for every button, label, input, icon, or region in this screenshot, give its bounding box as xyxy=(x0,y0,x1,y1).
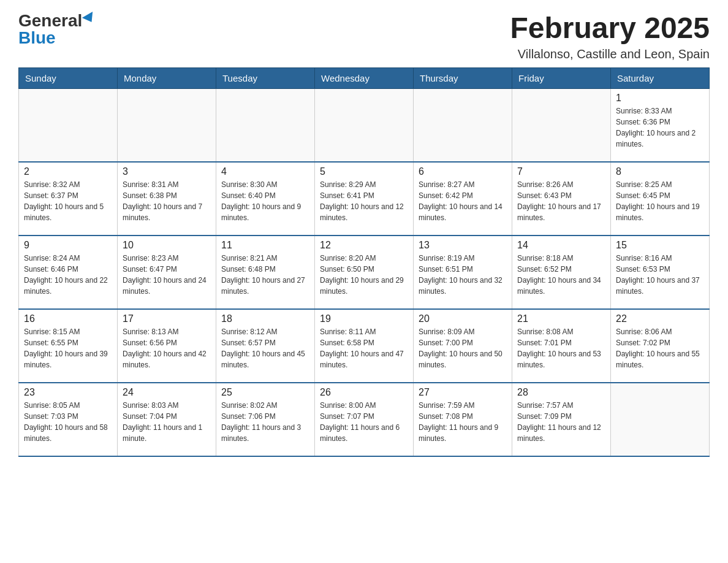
weekday-header-thursday: Thursday xyxy=(414,67,512,88)
day-info: Sunrise: 8:25 AM Sunset: 6:45 PM Dayligh… xyxy=(616,179,704,223)
day-number: 11 xyxy=(221,240,309,251)
calendar-cell: 10Sunrise: 8:23 AM Sunset: 6:47 PM Dayli… xyxy=(118,236,216,309)
logo-general-text: General xyxy=(18,12,82,29)
weekday-header-saturday: Saturday xyxy=(611,67,710,88)
calendar-cell: 2Sunrise: 8:32 AM Sunset: 6:37 PM Daylig… xyxy=(19,162,118,236)
day-info: Sunrise: 8:08 AM Sunset: 7:01 PM Dayligh… xyxy=(517,326,605,370)
day-number: 28 xyxy=(517,387,605,398)
day-number: 12 xyxy=(320,240,408,251)
day-info: Sunrise: 8:00 AM Sunset: 7:07 PM Dayligh… xyxy=(320,400,408,444)
day-number: 14 xyxy=(517,240,605,251)
calendar-cell: 25Sunrise: 8:02 AM Sunset: 7:06 PM Dayli… xyxy=(216,383,315,456)
calendar-cell: 23Sunrise: 8:05 AM Sunset: 7:03 PM Dayli… xyxy=(19,383,118,456)
calendar-cell: 24Sunrise: 8:03 AM Sunset: 7:04 PM Dayli… xyxy=(118,383,216,456)
day-info: Sunrise: 8:31 AM Sunset: 6:38 PM Dayligh… xyxy=(123,179,211,223)
day-info: Sunrise: 8:26 AM Sunset: 6:43 PM Dayligh… xyxy=(517,179,605,223)
day-info: Sunrise: 8:13 AM Sunset: 6:56 PM Dayligh… xyxy=(123,326,211,370)
day-number: 24 xyxy=(123,387,211,398)
calendar-cell: 14Sunrise: 8:18 AM Sunset: 6:52 PM Dayli… xyxy=(512,236,611,309)
day-info: Sunrise: 8:09 AM Sunset: 7:00 PM Dayligh… xyxy=(419,326,507,370)
calendar-week-4: 16Sunrise: 8:15 AM Sunset: 6:55 PM Dayli… xyxy=(19,309,710,383)
day-info: Sunrise: 7:57 AM Sunset: 7:09 PM Dayligh… xyxy=(517,400,605,444)
calendar-body: 1Sunrise: 8:33 AM Sunset: 6:36 PM Daylig… xyxy=(19,88,710,456)
calendar-cell: 5Sunrise: 8:29 AM Sunset: 6:41 PM Daylig… xyxy=(315,162,414,236)
day-info: Sunrise: 8:32 AM Sunset: 6:37 PM Dayligh… xyxy=(24,179,112,223)
calendar-cell xyxy=(118,88,216,162)
calendar-subtitle: Villalonso, Castille and Leon, Spain xyxy=(510,47,710,61)
day-number: 2 xyxy=(24,166,112,177)
calendar-cell: 8Sunrise: 8:25 AM Sunset: 6:45 PM Daylig… xyxy=(611,162,710,236)
calendar-cell: 21Sunrise: 8:08 AM Sunset: 7:01 PM Dayli… xyxy=(512,309,611,383)
day-number: 18 xyxy=(221,313,309,324)
logo-blue-text: Blue xyxy=(18,29,56,47)
calendar-cell: 28Sunrise: 7:57 AM Sunset: 7:09 PM Dayli… xyxy=(512,383,611,456)
weekday-header-tuesday: Tuesday xyxy=(216,67,315,88)
calendar-cell: 9Sunrise: 8:24 AM Sunset: 6:46 PM Daylig… xyxy=(19,236,118,309)
day-number: 4 xyxy=(221,166,309,177)
calendar-cell: 11Sunrise: 8:21 AM Sunset: 6:48 PM Dayli… xyxy=(216,236,315,309)
calendar-cell: 12Sunrise: 8:20 AM Sunset: 6:50 PM Dayli… xyxy=(315,236,414,309)
calendar-cell: 15Sunrise: 8:16 AM Sunset: 6:53 PM Dayli… xyxy=(611,236,710,309)
calendar-cell: 6Sunrise: 8:27 AM Sunset: 6:42 PM Daylig… xyxy=(414,162,512,236)
calendar-cell: 26Sunrise: 8:00 AM Sunset: 7:07 PM Dayli… xyxy=(315,383,414,456)
calendar-cell: 7Sunrise: 8:26 AM Sunset: 6:43 PM Daylig… xyxy=(512,162,611,236)
calendar-cell: 18Sunrise: 8:12 AM Sunset: 6:57 PM Dayli… xyxy=(216,309,315,383)
day-number: 15 xyxy=(616,240,704,251)
day-info: Sunrise: 8:30 AM Sunset: 6:40 PM Dayligh… xyxy=(221,179,309,223)
weekday-header-wednesday: Wednesday xyxy=(315,67,414,88)
day-number: 19 xyxy=(320,313,408,324)
day-number: 27 xyxy=(419,387,507,398)
calendar-cell xyxy=(512,88,611,162)
day-number: 20 xyxy=(419,313,507,324)
calendar-cell xyxy=(19,88,118,162)
day-number: 16 xyxy=(24,313,112,324)
day-info: Sunrise: 8:12 AM Sunset: 6:57 PM Dayligh… xyxy=(221,326,309,370)
logo-arrow-icon xyxy=(82,12,97,25)
calendar-cell: 19Sunrise: 8:11 AM Sunset: 6:58 PM Dayli… xyxy=(315,309,414,383)
day-number: 26 xyxy=(320,387,408,398)
day-info: Sunrise: 8:27 AM Sunset: 6:42 PM Dayligh… xyxy=(419,179,507,223)
title-block: February 2025 Villalonso, Castille and L… xyxy=(510,12,710,61)
calendar-cell xyxy=(315,88,414,162)
weekday-header-sunday: Sunday xyxy=(19,67,118,88)
calendar-week-2: 2Sunrise: 8:32 AM Sunset: 6:37 PM Daylig… xyxy=(19,162,710,236)
day-number: 23 xyxy=(24,387,112,398)
day-number: 13 xyxy=(419,240,507,251)
day-info: Sunrise: 8:19 AM Sunset: 6:51 PM Dayligh… xyxy=(419,253,507,297)
day-info: Sunrise: 8:15 AM Sunset: 6:55 PM Dayligh… xyxy=(24,326,112,370)
calendar-cell: 27Sunrise: 7:59 AM Sunset: 7:08 PM Dayli… xyxy=(414,383,512,456)
day-number: 21 xyxy=(517,313,605,324)
calendar-cell: 3Sunrise: 8:31 AM Sunset: 6:38 PM Daylig… xyxy=(118,162,216,236)
day-number: 7 xyxy=(517,166,605,177)
day-number: 8 xyxy=(616,166,704,177)
calendar-cell xyxy=(611,383,710,456)
weekday-header-row: SundayMondayTuesdayWednesdayThursdayFrid… xyxy=(19,67,710,88)
calendar-title: February 2025 xyxy=(510,12,710,45)
day-number: 17 xyxy=(123,313,211,324)
day-info: Sunrise: 8:20 AM Sunset: 6:50 PM Dayligh… xyxy=(320,253,408,297)
calendar-cell: 1Sunrise: 8:33 AM Sunset: 6:36 PM Daylig… xyxy=(611,88,710,162)
weekday-header-friday: Friday xyxy=(512,67,611,88)
calendar-table: SundayMondayTuesdayWednesdayThursdayFrid… xyxy=(18,67,710,458)
logo: General Blue xyxy=(18,12,96,47)
day-info: Sunrise: 8:23 AM Sunset: 6:47 PM Dayligh… xyxy=(123,253,211,297)
calendar-cell: 17Sunrise: 8:13 AM Sunset: 6:56 PM Dayli… xyxy=(118,309,216,383)
day-info: Sunrise: 8:33 AM Sunset: 6:36 PM Dayligh… xyxy=(616,105,704,150)
page-header: General Blue February 2025 Villalonso, C… xyxy=(18,12,710,61)
day-info: Sunrise: 8:29 AM Sunset: 6:41 PM Dayligh… xyxy=(320,179,408,223)
calendar-cell xyxy=(414,88,512,162)
calendar-cell xyxy=(216,88,315,162)
weekday-header-monday: Monday xyxy=(118,67,216,88)
calendar-cell: 4Sunrise: 8:30 AM Sunset: 6:40 PM Daylig… xyxy=(216,162,315,236)
calendar-header: SundayMondayTuesdayWednesdayThursdayFrid… xyxy=(19,67,710,88)
day-number: 3 xyxy=(123,166,211,177)
calendar-week-1: 1Sunrise: 8:33 AM Sunset: 6:36 PM Daylig… xyxy=(19,88,710,162)
day-info: Sunrise: 8:18 AM Sunset: 6:52 PM Dayligh… xyxy=(517,253,605,297)
day-number: 5 xyxy=(320,166,408,177)
calendar-week-3: 9Sunrise: 8:24 AM Sunset: 6:46 PM Daylig… xyxy=(19,236,710,309)
day-number: 22 xyxy=(616,313,704,324)
day-info: Sunrise: 8:21 AM Sunset: 6:48 PM Dayligh… xyxy=(221,253,309,297)
day-info: Sunrise: 8:06 AM Sunset: 7:02 PM Dayligh… xyxy=(616,326,704,370)
day-info: Sunrise: 8:03 AM Sunset: 7:04 PM Dayligh… xyxy=(123,400,211,444)
calendar-week-5: 23Sunrise: 8:05 AM Sunset: 7:03 PM Dayli… xyxy=(19,383,710,456)
